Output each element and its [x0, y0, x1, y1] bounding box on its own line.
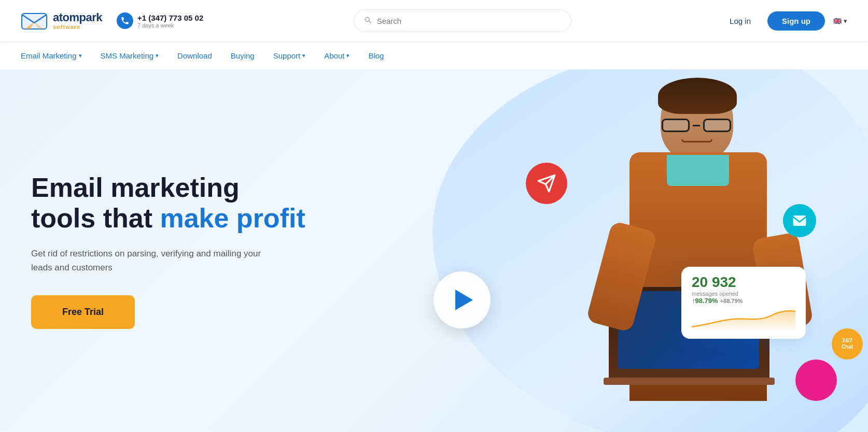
stats-label: messages opened [692, 291, 795, 297]
language-selector[interactable]: 🇬🇧 ▾ [833, 17, 847, 25]
nav-item-buying[interactable]: Buying [231, 51, 255, 60]
chevron-down-icon: ▾ [302, 52, 305, 59]
logo-brand-name: atompark [53, 11, 102, 24]
hero-section: Email marketing tools that make profit G… [0, 69, 868, 432]
laptop-base [604, 378, 775, 385]
header-right: Log in Sign up 🇬🇧 ▾ [721, 11, 847, 31]
person-glasses [662, 119, 732, 133]
chat-label: 24/7 Chat [842, 338, 853, 350]
stats-percent: ↑98.79% +88.79% [692, 297, 795, 305]
logo-brand-sub: software [53, 24, 102, 30]
svg-rect-3 [793, 215, 806, 226]
phone-details: +1 (347) 773 05 02 7 days a week [137, 13, 203, 28]
chevron-down-icon: ▾ [156, 52, 159, 59]
search-input[interactable] [377, 17, 562, 25]
header-left: atompark software +1 (347) 773 05 02 7 d… [21, 10, 203, 31]
nav-item-email-marketing[interactable]: Email Marketing ▾ [21, 51, 82, 60]
stats-card: 20 932 messages opened ↑98.79% +88.79% [681, 267, 806, 339]
nav-item-sms-marketing[interactable]: SMS Marketing ▾ [101, 51, 159, 60]
login-button[interactable]: Log in [721, 12, 759, 30]
search-icon [363, 16, 372, 26]
play-icon [455, 290, 473, 310]
chevron-down-icon: ▾ [79, 52, 82, 59]
logo[interactable]: atompark software [21, 10, 102, 31]
person-tshirt [667, 155, 729, 186]
phone-block: +1 (347) 773 05 02 7 days a week [117, 12, 203, 29]
pink-decorative-circle [795, 359, 837, 401]
person-smile [681, 139, 712, 142]
envelope-icon-bubble [783, 204, 816, 237]
signup-button[interactable]: Sign up [767, 11, 825, 31]
stats-chart [692, 309, 795, 329]
phone-icon [117, 12, 133, 29]
chat-badge[interactable]: 24/7 Chat [832, 328, 863, 359]
flag-icon: 🇬🇧 [833, 17, 842, 25]
person-hair [658, 78, 737, 114]
hero-visual: 20 932 messages opened ↑98.79% +88.79% [330, 69, 868, 432]
free-trial-button[interactable]: Free Trial [31, 295, 135, 329]
nav-item-download[interactable]: Download [177, 51, 212, 60]
chevron-down-icon: ▾ [346, 52, 349, 59]
send-icon-bubble [526, 163, 567, 204]
phone-number: +1 (347) 773 05 02 [137, 13, 203, 22]
chevron-down-icon: ▾ [844, 17, 847, 25]
phone-availability: 7 days a week [137, 22, 203, 28]
logo-text: atompark software [53, 11, 102, 30]
stats-number: 20 932 [692, 274, 795, 291]
nav-item-about[interactable]: About ▾ [324, 51, 349, 60]
search-bar[interactable] [354, 9, 571, 32]
hero-subtitle: Get rid of restrictions on parsing, veri… [31, 247, 270, 275]
nav-item-support[interactable]: Support ▾ [273, 51, 306, 60]
hero-title: Email marketing tools that make profit [31, 172, 305, 235]
play-button[interactable] [433, 271, 491, 328]
hero-content: Email marketing tools that make profit G… [31, 172, 305, 329]
logo-icon [21, 10, 48, 31]
main-nav: Email Marketing ▾ SMS Marketing ▾ Downlo… [0, 41, 868, 69]
svg-rect-0 [22, 13, 47, 29]
site-header: atompark software +1 (347) 773 05 02 7 d… [0, 0, 868, 41]
nav-item-blog[interactable]: Blog [368, 51, 384, 60]
